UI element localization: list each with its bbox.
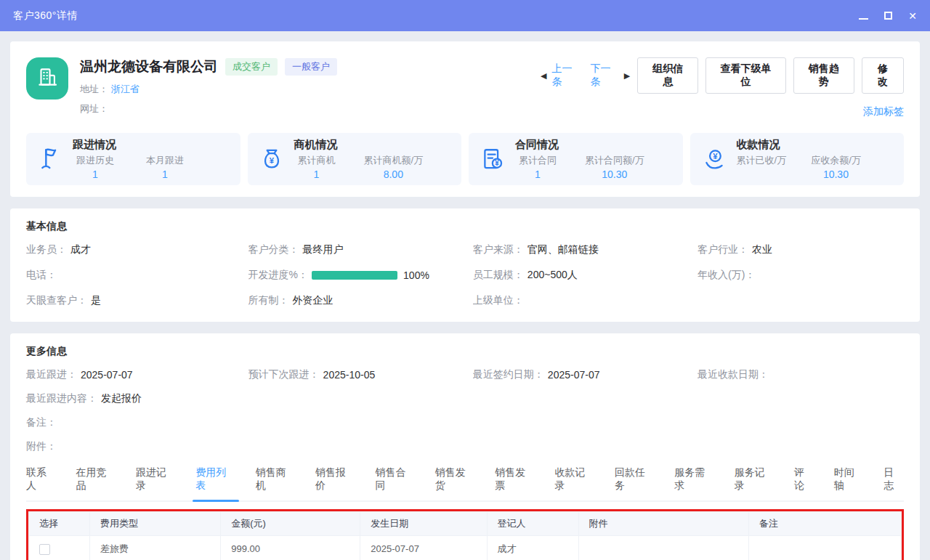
tab-comments[interactable]: 评论 [794,466,814,500]
cell-amount: 999.00 [221,536,360,560]
deal-customer-badge: 成交客户 [225,58,278,76]
address-link[interactable]: 浙江省 [111,84,140,94]
svg-text:¥: ¥ [495,158,499,167]
page-body: 温州龙德设备有限公司 成交客户 一般客户 地址： 浙江省 网址： ◀ 上一条 下… [0,31,930,560]
field-customer-source: 客户来源： 官网、邮箱链接 [473,243,698,256]
field-phone: 电话： [26,269,248,282]
field-customer-industry: 客户行业： 农业 [698,243,904,256]
field-last-sign-date: 最近签约日期： 2025-07-07 [473,368,698,381]
metric-label: 累计商机额/万 [364,154,424,167]
next-record-link[interactable]: 下一条 [591,62,619,89]
general-customer-badge: 一般客户 [285,58,337,76]
col-registrar: 登记人 [487,512,578,536]
minimize-icon[interactable] [859,11,868,21]
metric-label: 应收余额/万 [811,154,861,167]
tab-sales-quotes[interactable]: 销售报价 [315,466,355,500]
basic-info-title: 基本信息 [26,220,904,233]
opportunity-stat-card: ¥ 商机情况 累计商机 1 累计商机额/万 8.00 [248,133,462,185]
more-info-card: 更多信息 最近跟进： 2025-07-07 预计下次跟进： 2025-10-05… [10,333,920,560]
tab-expense-list[interactable]: 费用列表 [195,466,235,500]
window-title: 客户360°详情 [13,9,78,23]
field-tianyancha-customer: 天眼查客户： 是 [26,294,248,307]
metric-label: 累计合同额/万 [585,154,644,167]
cell-expense-type: 差旅费 [90,536,221,560]
field-annual-income: 年收入(万)： [698,269,904,282]
money-bag-icon: ¥ [259,146,284,172]
progress-bar [312,271,397,280]
tab-timeline[interactable]: 时间轴 [834,466,865,500]
address-label: 地址： [80,84,108,94]
stat-cards-row: 跟进情况 跟进历史 1 本月跟进 1 [26,133,904,185]
field-customer-category: 客户分类： 最终用户 [248,243,473,256]
col-expense-type: 费用类型 [90,512,221,536]
stat-card-title: 收款情况 [737,138,861,152]
prev-record-link[interactable]: 上一条 [551,62,580,89]
field-empty [698,294,904,307]
view-subordinate-units-button[interactable]: 查看下级单位 [705,57,785,94]
payment-icon: ¥ [702,146,727,172]
next-arrow-icon[interactable]: ▶ [624,71,630,81]
field-dev-progress: 开发进度%： 100% [248,269,473,282]
window-titlebar: 客户360°详情 ✕ [0,0,930,31]
col-amount: 金额(元) [221,512,360,536]
col-attachment: 附件 [578,512,748,536]
tab-sales-opportunities[interactable]: 销售商机 [256,466,296,500]
col-select: 选择 [29,512,90,536]
metric-value: 1 [314,169,320,180]
table-header-row: 选择 费用类型 金额(元) 发生日期 登记人 附件 备注 [29,512,902,536]
metric-label: 累计已收/万 [737,154,787,167]
cell-remark [748,536,901,560]
prev-arrow-icon[interactable]: ◀ [541,71,546,81]
svg-text:¥: ¥ [713,152,718,161]
cell-attachment [578,536,748,560]
metric-value: 1 [92,169,98,180]
payment-stat-card: ¥ 收款情况 累计已收/万 应收余额/万 10.30 [690,133,905,185]
row-checkbox[interactable] [39,544,50,555]
metric-label: 跟进历史 [76,154,114,167]
stat-card-title: 商机情况 [294,138,424,152]
cell-date: 2025-07-07 [360,536,487,560]
window-controls: ✕ [859,11,917,21]
tab-contacts[interactable]: 联系人 [26,466,57,500]
tab-logs[interactable]: 日志 [884,466,904,500]
cell-registrar: 成才 [487,536,578,560]
close-icon[interactable]: ✕ [908,11,917,21]
table-row: 差旅费 999.00 2025-07-07 成才 [29,536,902,560]
tab-service-demands[interactable]: 服务需求 [674,466,714,500]
metric-value: 10.30 [602,169,627,180]
contract-stat-card: ¥ 合同情况 累计合同 1 累计合同额/万 10.30 [469,133,683,185]
tab-collection-tasks[interactable]: 回款任务 [615,466,655,500]
detail-tabs: 联系人 在用竞品 跟进记录 费用列表 销售商机 销售报价 销售合同 销售发货 销… [26,466,904,502]
metric-label: 累计商机 [298,154,336,167]
metric-label: 累计合同 [519,154,557,167]
company-avatar [26,57,68,100]
basic-info-card: 基本信息 业务员： 成才 客户分类： 最终用户 客户来源： 官网、邮箱链接 客户… [10,208,920,322]
tab-sales-invoices[interactable]: 销售发票 [495,466,535,500]
field-remark: 备注： [26,416,904,429]
expense-table: 选择 费用类型 金额(元) 发生日期 登记人 附件 备注 差旅费 999.00 [28,511,902,560]
annotation-red-box: 选择 费用类型 金额(元) 发生日期 登记人 附件 备注 差旅费 999.00 [26,509,904,560]
field-ownership: 所有制： 外资企业 [248,294,473,307]
org-info-button[interactable]: 组织信息 [637,57,698,94]
add-tag-link[interactable]: 添加标签 [863,105,904,118]
more-info-title: 更多信息 [26,345,904,358]
company-name: 温州龙德设备有限公司 [80,57,218,76]
col-date: 发生日期 [360,512,487,536]
website-label: 网址： [80,103,108,114]
sales-trend-button[interactable]: 销售趋势 [793,57,854,94]
edit-button[interactable]: 修改 [862,57,904,94]
field-next-followup: 预计下次跟进： 2025-10-05 [248,368,473,381]
tab-competing-products[interactable]: 在用竞品 [76,466,116,500]
metric-value: 1 [535,169,541,180]
tab-sales-contracts[interactable]: 销售合同 [375,466,415,500]
svg-text:¥: ¥ [269,156,274,165]
tab-followup-records[interactable]: 跟进记录 [136,466,176,500]
followup-stat-card: 跟进情况 跟进历史 1 本月跟进 1 [26,133,240,185]
field-parent-unit: 上级单位： [473,294,698,307]
tab-service-records[interactable]: 服务记录 [735,466,775,500]
tab-sales-shipments[interactable]: 销售发货 [435,466,475,500]
tab-payment-records[interactable]: 收款记录 [555,466,595,500]
customer-header-card: 温州龙德设备有限公司 成交客户 一般客户 地址： 浙江省 网址： ◀ 上一条 下… [10,41,920,197]
maximize-icon[interactable] [884,11,892,21]
stat-card-title: 合同情况 [515,138,644,152]
